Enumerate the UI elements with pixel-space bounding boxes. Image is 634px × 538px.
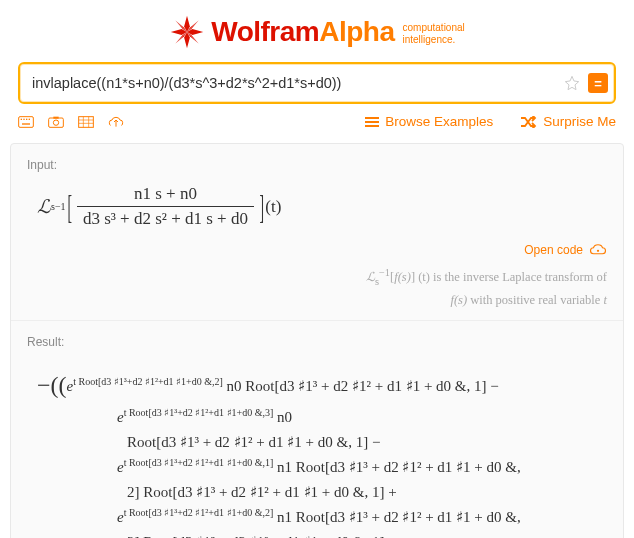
svg-rect-20: [29, 118, 30, 119]
svg-point-23: [53, 120, 58, 125]
header: WolframAlpha computationalintelligence.: [0, 0, 634, 62]
compute-button[interactable]: =: [588, 73, 608, 93]
shuffle-icon: [521, 116, 537, 128]
browse-examples-link[interactable]: Browse Examples: [365, 114, 493, 129]
result-label: Result:: [27, 335, 607, 349]
open-code-link[interactable]: Open code: [27, 243, 607, 257]
logo[interactable]: WolframAlpha computationalintelligence.: [169, 14, 465, 50]
svg-rect-24: [53, 116, 58, 118]
upload-icon[interactable]: [108, 115, 124, 129]
list-icon: [365, 116, 379, 128]
results-panel: Input: ℒs−1 [ n1 s + n0 d3 s³ + d2 s² + …: [10, 143, 624, 538]
svg-rect-16: [19, 116, 34, 127]
spikey-icon: [169, 14, 205, 50]
search-box[interactable]: =: [18, 62, 616, 104]
svg-rect-18: [23, 118, 24, 119]
cloud-icon: [589, 243, 607, 257]
svg-rect-19: [26, 118, 27, 119]
wordmark: WolframAlpha: [211, 16, 394, 48]
svg-rect-22: [49, 118, 64, 127]
keyboard-icon[interactable]: [18, 115, 34, 129]
svg-point-33: [597, 250, 599, 252]
result-expression: −((et Root[d3 ♯1³+d2 ♯1²+d1 ♯1+d0 &,2] n…: [27, 361, 607, 538]
surprise-me-link[interactable]: Surprise Me: [521, 114, 616, 129]
data-input-icon[interactable]: [78, 115, 94, 129]
input-label: Input:: [27, 158, 607, 172]
input-interpretation: ℒs−1 [ n1 s + n0 d3 s³ + d2 s² + d1 s + …: [37, 184, 607, 229]
svg-rect-25: [79, 116, 94, 127]
tagline: computationalintelligence.: [403, 22, 465, 46]
search-input[interactable]: [32, 75, 564, 91]
svg-rect-17: [21, 118, 22, 119]
toolbar: Browse Examples Surprise Me: [0, 104, 634, 143]
svg-rect-21: [22, 123, 30, 124]
input-hint: ℒs−1[f(s)] (t) is the inverse Laplace tr…: [27, 265, 607, 320]
star-icon[interactable]: [564, 75, 580, 91]
image-input-icon[interactable]: [48, 115, 64, 129]
